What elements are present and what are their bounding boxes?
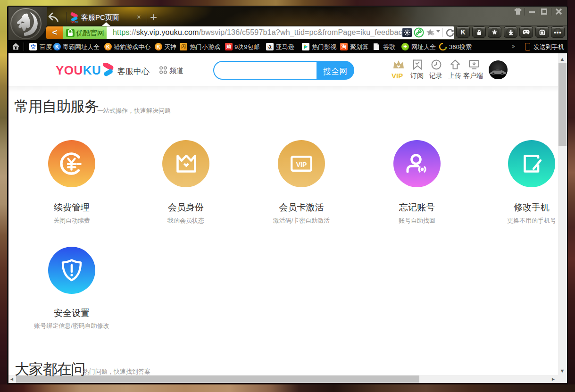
svg-text:cu: cu xyxy=(32,47,34,50)
svg-text:VIP: VIP xyxy=(296,161,307,168)
svg-text:YOU: YOU xyxy=(70,21,75,23)
svg-text:KU: KU xyxy=(75,21,78,23)
